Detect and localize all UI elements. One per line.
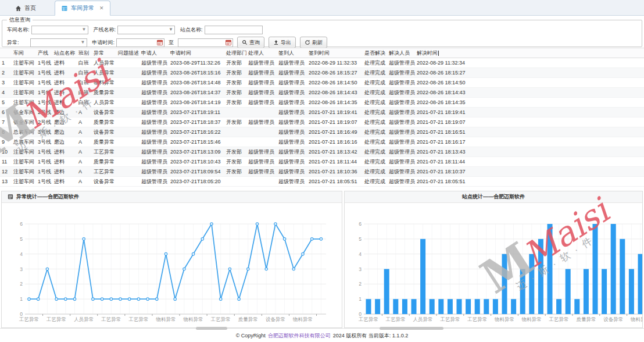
table-cell: 超级管理员 (246, 167, 277, 177)
station-input[interactable] (205, 26, 263, 34)
table-cell: 开发部 (224, 98, 246, 108)
chart-point (274, 223, 277, 225)
table-row[interactable]: 3注塑车间1号线进料白班物料异常超级管理员2023-08-26T18:14:48… (0, 78, 644, 88)
svg-text:5: 5 (20, 236, 23, 242)
table-row[interactable]: 1注塑车间1号线进料白班人员异常超级管理员2023-08-29T11:32:26… (0, 58, 644, 68)
table-cell: 注塑车间 (12, 58, 36, 68)
apply-time-end-input[interactable] (178, 38, 233, 47)
table-cell: 3号线 (36, 127, 52, 137)
svg-text:工艺异常: 工艺异常 (46, 316, 66, 322)
column-header[interactable]: 是否解决 (363, 48, 387, 58)
company-link[interactable]: 合肥迈斯软件科技有限公司 (268, 332, 331, 340)
table-cell: 超级管理员 (277, 147, 307, 157)
chart-point (110, 298, 112, 300)
column-header[interactable]: 车间 (12, 48, 36, 58)
column-header[interactable]: 班别 (77, 48, 92, 58)
table-row[interactable]: 13注塑车间1号线进料A设备异常超级管理员2023-07-21T18:05:20… (0, 177, 644, 187)
table-cell: 处理完成 (363, 68, 387, 78)
search-icon (242, 40, 248, 45)
column-header[interactable]: 处理人 (246, 48, 277, 58)
table-row[interactable]: 7钣金车间2号线磨边A质量异常超级管理员2023-07-21T18:18:37开… (0, 117, 644, 127)
column-header[interactable]: 签到时间 (307, 48, 363, 58)
table-cell (116, 127, 139, 137)
column-header[interactable]: 解决时间 (415, 48, 473, 58)
column-header[interactable]: 签到人 (277, 48, 307, 58)
table-row[interactable]: 12注塑车间1号线进料A工艺异常超级管理员2023-07-21T18:09:54… (0, 167, 644, 177)
table-cell: 1号线 (36, 78, 52, 88)
table-cell (116, 157, 139, 167)
svg-text:1: 1 (20, 296, 23, 302)
apply-time-start-input[interactable] (116, 38, 164, 47)
column-header[interactable]: 异常 (92, 48, 116, 58)
chart-bar (393, 299, 398, 314)
table-cell: 处理完成 (363, 137, 387, 147)
chart-point (37, 298, 40, 300)
calendar-icon[interactable] (226, 37, 231, 48)
station-stats-header: 站点统计——合肥迈斯软件 (345, 191, 642, 203)
calendar-icon[interactable] (157, 37, 163, 48)
column-header[interactable]: 站点名称 (52, 48, 77, 58)
query-panel: 信息查询 车间名称: ▼ 产线名称: ▼ 站点名称: 异常: ▼ 申请时间: 至 (0, 16, 644, 47)
column-header[interactable] (0, 48, 12, 58)
table-cell: 2022-08-26 18:14:35 (415, 98, 473, 108)
line-select[interactable]: ▼ (117, 26, 175, 34)
table-cell: 注塑车间 (12, 147, 36, 157)
svg-text:工艺异常: 工艺异常 (128, 316, 148, 322)
column-header[interactable]: 申请时间 (169, 48, 224, 58)
chart-bar (402, 299, 407, 314)
table-cell: 超级管理员 (139, 88, 169, 98)
svg-text:2: 2 (359, 281, 362, 287)
table-cell: 2021-07-21 18:19:07 (415, 117, 473, 127)
table-row[interactable]: 4注塑车间1号线进料白班质量异常超级管理员2023-08-26T18:14:37… (0, 88, 644, 98)
svg-text:工艺异常: 工艺异常 (385, 316, 406, 322)
exception-select[interactable]: ▼ (30, 38, 87, 47)
table-cell: A (77, 147, 92, 157)
horizontal-scrollbar-thumb[interactable] (380, 327, 443, 330)
workshop-select[interactable]: ▼ (31, 26, 88, 34)
table-cell (224, 137, 246, 147)
table-cell: 超级管理员 (387, 98, 415, 108)
refresh-button[interactable]: 刷新 (300, 37, 327, 48)
search-button[interactable]: 查询 (237, 37, 264, 48)
table-row[interactable]: 2注塑车间1号线进料白班人员异常超级管理员2023-08-26T18:15:16… (0, 68, 644, 78)
column-header[interactable]: 问题描述 (116, 48, 139, 58)
table-cell: 13 (0, 177, 12, 187)
column-header[interactable]: 产线 (36, 48, 52, 58)
chart-point (92, 298, 94, 300)
table-row[interactable]: 9总装车间3号线磨边A质量异常超级管理员2023-07-21T18:15:46超… (0, 137, 644, 147)
tab-workshop-exception[interactable]: 车间异常 ✕ (55, 1, 110, 16)
table-cell: 9 (0, 137, 12, 147)
table-cell: 2023-07-21T18:19:11 (169, 108, 224, 117)
column-header[interactable]: 申请人 (139, 48, 169, 58)
chart-bar (420, 239, 425, 314)
table-cell: 处理完成 (363, 58, 387, 68)
table-cell: A (77, 167, 92, 177)
export-button[interactable]: 导出 (269, 37, 296, 48)
exception-stats-panel: 异常统计——合肥迈斯软件 0123456工艺异常工艺异常人员异常工艺异常工艺异常… (1, 191, 342, 328)
svg-text:设备异常: 设备异常 (266, 316, 285, 322)
column-header[interactable]: 解决人员 (387, 48, 415, 58)
chart-point (320, 238, 322, 240)
table-row[interactable]: 6钣金车间2号线磨边A设备异常超级管理员2023-07-21T18:19:11超… (0, 108, 644, 117)
table-row[interactable]: 8总装车间3号线磨边A设备异常超级管理员2023-07-21T18:16:22超… (0, 127, 644, 137)
table-cell: 超级管理员 (139, 177, 169, 187)
chart-bar (438, 299, 443, 314)
horizontal-scrollbar-thumb[interactable] (196, 327, 227, 330)
table-cell: 注塑车间 (12, 78, 36, 88)
chart-point (201, 238, 203, 240)
table-row[interactable]: 11注塑车间1号线进料A质量异常超级管理员2023-07-21T18:10:43… (0, 157, 644, 167)
column-header[interactable]: 处理部门 (224, 48, 246, 58)
close-icon[interactable]: ✕ (99, 5, 104, 11)
chart-point (65, 298, 67, 300)
chart-point (146, 298, 149, 300)
table-row[interactable]: 5注塑车间1号线进料白班人员异常超级管理员2023-08-26T18:14:19… (0, 98, 644, 108)
copyright-suffix: 2024 版权所有 当前版本: 1.1.0.2 (333, 332, 409, 340)
table-cell: 开发部 (224, 68, 246, 78)
workshop-label: 车间名称: (7, 26, 30, 34)
table-cell: 进料 (52, 98, 77, 108)
tab-home[interactable]: 首页 (9, 1, 42, 15)
table-row[interactable]: 10注塑车间1号线进料A工艺异常超级管理员2023-07-21T18:13:09… (0, 147, 644, 157)
svg-text:工艺异常: 工艺异常 (101, 316, 121, 322)
table-cell: 超级管理员 (277, 78, 307, 88)
table-cell: 开发部 (224, 58, 246, 68)
